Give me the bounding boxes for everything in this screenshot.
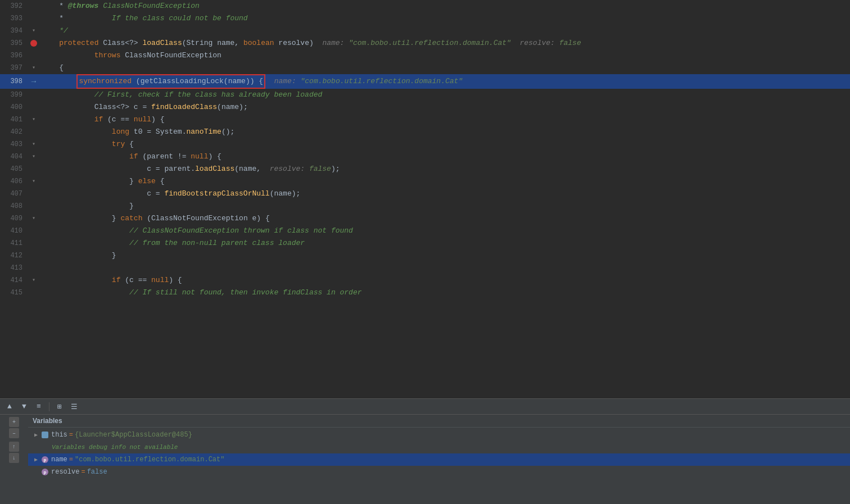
line-number-400: 400 — [0, 103, 28, 111]
code-line-413[interactable]: 413 — [0, 262, 850, 274]
var-name: resolve — [51, 468, 79, 476]
expand-icon[interactable] — [31, 467, 40, 476]
line-content-395: protected Class<?> loadClass(String name… — [39, 37, 850, 49]
line-gutter-397: ▾ — [28, 65, 39, 71]
code-line-402[interactable]: 402 long t0 = System.nanoTime(); — [0, 126, 850, 138]
var-item[interactable]: Variables debug info not available — [28, 441, 850, 453]
var-item[interactable]: ▶pname="com.bobo.util.reflection.domain.… — [28, 453, 850, 466]
fold-icon[interactable]: ▾ — [31, 154, 37, 160]
var-field-icon: p — [40, 455, 49, 464]
line-content-393: * If the class could not be found — [39, 12, 850, 25]
bottom-toolbar: ▲ ▼ ≡ ⊞ ☰ — [0, 398, 850, 414]
fold-icon[interactable]: ▾ — [31, 28, 37, 34]
expand-icon[interactable]: ▶ — [31, 455, 40, 464]
line-number-403: 403 — [0, 140, 28, 148]
var-scroll-down-btn[interactable]: ↓ — [9, 453, 19, 463]
line-gutter-395 — [28, 40, 39, 47]
code-line-399[interactable]: 399 // First, check if the class has alr… — [0, 89, 850, 101]
line-gutter-414: ▾ — [28, 278, 39, 283]
line-number-407: 407 — [0, 190, 28, 198]
code-line-403[interactable]: 403▾ try { — [0, 138, 850, 151]
var-eq: = — [69, 456, 73, 464]
line-number-395: 395 — [0, 39, 28, 47]
expand-icon[interactable]: ▶ — [31, 430, 40, 439]
line-content-400: Class<?> c = findLoadedClass(name); — [39, 101, 850, 113]
variables-tree: ▶this={Launcher$AppClassLoader@485}Varia… — [28, 428, 850, 479]
line-content-404: if (parent != null) { — [39, 151, 850, 163]
line-content-394: */ — [39, 25, 850, 37]
line-number-399: 399 — [0, 91, 28, 99]
fold-icon[interactable]: ▾ — [31, 179, 37, 184]
code-line-409[interactable]: 409▾ } catch (ClassNotFoundException e) … — [0, 212, 850, 225]
line-content-403: try { — [39, 138, 850, 151]
line-number-405: 405 — [0, 165, 28, 173]
line-content-408: } — [39, 200, 850, 212]
code-line-407[interactable]: 407 c = findBootstrapClassOrNull(name); — [0, 188, 850, 200]
var-add-btn[interactable]: + — [9, 417, 19, 427]
breakpoint-icon[interactable] — [30, 40, 37, 47]
line-gutter-394: ▾ — [28, 28, 39, 34]
fold-icon[interactable]: ▾ — [31, 216, 37, 221]
line-content-396: throws ClassNotFoundException — [39, 49, 850, 62]
toolbar-down-btn[interactable]: ▼ — [18, 401, 30, 413]
code-line-411[interactable]: 411 // from the non-null parent class lo… — [0, 237, 850, 249]
code-line-415[interactable]: 415 // If still not found, then invoke f… — [0, 287, 850, 299]
var-item[interactable]: presolve=false — [28, 466, 850, 478]
code-line-393[interactable]: 393 * If the class could not be found — [0, 12, 850, 25]
code-line-394[interactable]: 394▾ */ — [0, 25, 850, 37]
line-content-410: // ClassNotFoundException thrown if clas… — [39, 225, 850, 237]
code-line-408[interactable]: 408 } — [0, 200, 850, 212]
var-item[interactable]: ▶this={Launcher$AppClassLoader@485} — [28, 429, 850, 441]
code-line-395[interactable]: 395 protected Class<?> loadClass(String … — [0, 37, 850, 49]
line-number-413: 413 — [0, 264, 28, 272]
code-line-412[interactable]: 412 } — [0, 249, 850, 262]
line-number-409: 409 — [0, 215, 28, 223]
code-line-414[interactable]: 414▾ if (c == null) { — [0, 274, 850, 287]
line-content-402: long t0 = System.nanoTime(); — [39, 126, 850, 138]
line-number-402: 402 — [0, 128, 28, 136]
code-line-410[interactable]: 410 // ClassNotFoundException thrown if … — [0, 225, 850, 237]
line-gutter-409: ▾ — [28, 216, 39, 221]
line-number-408: 408 — [0, 202, 28, 210]
code-container[interactable]: 392 * @throws ClassNotFoundException393 … — [0, 0, 850, 398]
code-line-401[interactable]: 401▾ if (c == null) { — [0, 113, 850, 126]
toolbar-up-btn[interactable]: ▲ — [3, 401, 16, 413]
line-content-406: } else { — [39, 175, 850, 188]
line-gutter-398: → — [28, 77, 39, 86]
code-line-396[interactable]: 396 throws ClassNotFoundException — [0, 49, 850, 62]
var-value: {Launcher$AppClassLoader@485} — [75, 431, 192, 439]
variables-panel-label: Variables — [33, 417, 62, 425]
toolbar-grid-btn[interactable]: ⊞ — [53, 401, 66, 413]
line-gutter-403: ▾ — [28, 142, 39, 147]
code-line-405[interactable]: 405 c = parent.loadClass(name, resolve: … — [0, 163, 850, 175]
code-line-406[interactable]: 406▾ } else { — [0, 175, 850, 188]
line-number-393: 393 — [0, 15, 28, 22]
code-line-398[interactable]: 398→ synchronized (getClassLoadingLock(n… — [0, 74, 850, 89]
var-scroll-up-btn[interactable]: ↑ — [9, 442, 19, 452]
variables-side-toolbar: + – ↑ ↓ — [0, 415, 28, 504]
line-content-397: { — [39, 62, 850, 74]
fold-icon[interactable]: ▾ — [31, 278, 37, 283]
fold-icon[interactable]: ▾ — [31, 117, 37, 122]
fold-icon[interactable]: ▾ — [31, 65, 37, 71]
line-content-405: c = parent.loadClass(name, resolve: fals… — [39, 163, 850, 175]
var-eq: = — [81, 468, 85, 476]
var-value: false — [87, 468, 107, 476]
code-line-397[interactable]: 397▾ { — [0, 62, 850, 74]
line-number-396: 396 — [0, 52, 28, 60]
code-line-400[interactable]: 400 Class<?> c = findLoadedClass(name); — [0, 101, 850, 113]
var-eq: = — [69, 431, 73, 439]
editor-area: 392 * @throws ClassNotFoundException393 … — [0, 0, 850, 398]
line-gutter-406: ▾ — [28, 179, 39, 184]
var-remove-btn[interactable]: – — [9, 428, 19, 438]
line-number-397: 397 — [0, 64, 28, 72]
code-line-392[interactable]: 392 * @throws ClassNotFoundException — [0, 0, 850, 12]
toolbar-list-btn[interactable]: ☰ — [68, 401, 80, 413]
fold-icon[interactable]: ▾ — [31, 142, 37, 147]
line-number-398: 398 — [0, 78, 28, 85]
line-content-392: * @throws ClassNotFoundException — [39, 0, 850, 12]
line-content-412: } — [39, 249, 850, 262]
line-number-401: 401 — [0, 116, 28, 124]
toolbar-filter-btn[interactable]: ≡ — [33, 401, 45, 413]
code-line-404[interactable]: 404▾ if (parent != null) { — [0, 151, 850, 163]
